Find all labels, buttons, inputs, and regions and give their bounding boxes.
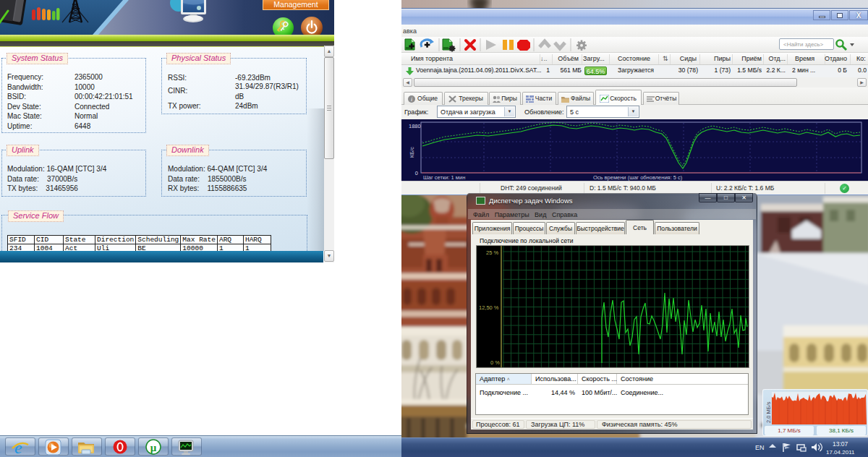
svg-text:25 %: 25 % bbox=[486, 249, 498, 256]
svg-text:0 %: 0 % bbox=[490, 359, 500, 366]
svg-text:Ось времени (шаг обновления: 5: Ось времени (шаг обновления: 5 с) bbox=[593, 174, 683, 181]
svg-text:i: i bbox=[411, 96, 412, 103]
svg-text:Шаг сетки: 1 мин: Шаг сетки: 1 мин bbox=[423, 174, 465, 181]
svg-text:μ: μ bbox=[150, 442, 157, 453]
svg-text:0: 0 bbox=[415, 170, 418, 176]
svg-text:КБ/с: КБ/с bbox=[409, 147, 415, 158]
svg-text:e: e bbox=[14, 438, 22, 456]
svg-text:12,50 %: 12,50 % bbox=[479, 304, 499, 311]
svg-text:1880: 1880 bbox=[409, 123, 421, 129]
